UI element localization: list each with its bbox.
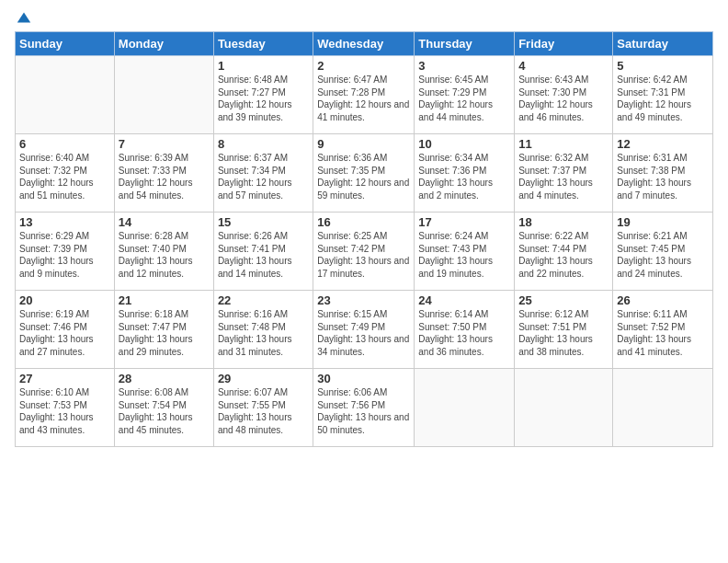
day-number: 30 (317, 372, 410, 385)
calendar-cell: 25Sunrise: 6:12 AM Sunset: 7:51 PM Dayli… (515, 291, 613, 369)
day-info: Sunrise: 6:11 AM Sunset: 7:52 PM Dayligh… (617, 308, 709, 358)
calendar-cell: 10Sunrise: 6:34 AM Sunset: 7:36 PM Dayli… (415, 134, 515, 213)
day-info: Sunrise: 6:16 AM Sunset: 7:48 PM Dayligh… (218, 308, 309, 358)
day-info: Sunrise: 6:43 AM Sunset: 7:30 PM Dayligh… (518, 74, 609, 123)
day-info: Sunrise: 6:31 AM Sunset: 7:38 PM Dayligh… (617, 152, 709, 201)
day-info: Sunrise: 6:25 AM Sunset: 7:42 PM Dayligh… (317, 230, 410, 280)
day-info: Sunrise: 6:26 AM Sunset: 7:41 PM Dayligh… (218, 230, 309, 280)
day-number: 23 (317, 293, 410, 307)
calendar-cell: 15Sunrise: 6:26 AM Sunset: 7:41 PM Dayli… (213, 213, 313, 291)
calendar-table: SundayMondayTuesdayWednesdayThursdayFrid… (15, 31, 713, 447)
calendar-week-row: 1Sunrise: 6:48 AM Sunset: 7:27 PM Daylig… (16, 56, 713, 134)
logo-icon (16, 9, 32, 26)
calendar-cell: 4Sunrise: 6:43 AM Sunset: 7:30 PM Daylig… (515, 56, 613, 134)
calendar-cell: 29Sunrise: 6:07 AM Sunset: 7:55 PM Dayli… (213, 369, 313, 447)
calendar-cell: 12Sunrise: 6:31 AM Sunset: 7:38 PM Dayli… (613, 134, 713, 213)
day-number: 4 (518, 59, 609, 73)
day-info: Sunrise: 6:18 AM Sunset: 7:47 PM Dayligh… (119, 308, 210, 358)
calendar-cell: 18Sunrise: 6:22 AM Sunset: 7:44 PM Dayli… (515, 213, 613, 291)
calendar-cell: 19Sunrise: 6:21 AM Sunset: 7:45 PM Dayli… (613, 213, 713, 291)
calendar-week-row: 20Sunrise: 6:19 AM Sunset: 7:46 PM Dayli… (16, 291, 713, 369)
day-number: 15 (218, 215, 309, 229)
calendar-cell: 26Sunrise: 6:11 AM Sunset: 7:52 PM Dayli… (613, 291, 713, 369)
day-info: Sunrise: 6:24 AM Sunset: 7:43 PM Dayligh… (418, 230, 510, 280)
page: SundayMondayTuesdayWednesdayThursdayFrid… (0, 0, 728, 563)
day-number: 27 (19, 372, 110, 385)
calendar-cell: 13Sunrise: 6:29 AM Sunset: 7:39 PM Dayli… (16, 213, 115, 291)
day-info: Sunrise: 6:21 AM Sunset: 7:45 PM Dayligh… (617, 230, 709, 280)
day-info: Sunrise: 6:15 AM Sunset: 7:49 PM Dayligh… (317, 308, 410, 358)
calendar-week-row: 6Sunrise: 6:40 AM Sunset: 7:32 PM Daylig… (16, 134, 713, 213)
calendar-cell: 1Sunrise: 6:48 AM Sunset: 7:27 PM Daylig… (213, 56, 313, 134)
calendar-cell: 30Sunrise: 6:06 AM Sunset: 7:56 PM Dayli… (313, 369, 415, 447)
day-info: Sunrise: 6:40 AM Sunset: 7:32 PM Dayligh… (19, 152, 110, 201)
calendar-cell: 6Sunrise: 6:40 AM Sunset: 7:32 PM Daylig… (16, 134, 115, 213)
day-number: 29 (218, 372, 309, 385)
day-number: 21 (119, 293, 210, 307)
col-header-wednesday: Wednesday (313, 32, 415, 56)
day-number: 7 (119, 137, 210, 151)
day-info: Sunrise: 6:22 AM Sunset: 7:44 PM Dayligh… (518, 230, 609, 280)
day-info: Sunrise: 6:10 AM Sunset: 7:53 PM Dayligh… (19, 386, 110, 436)
logo (15, 9, 32, 26)
calendar-cell: 9Sunrise: 6:36 AM Sunset: 7:35 PM Daylig… (313, 134, 415, 213)
calendar-cell: 2Sunrise: 6:47 AM Sunset: 7:28 PM Daylig… (313, 56, 415, 134)
day-number: 1 (218, 59, 309, 73)
day-info: Sunrise: 6:12 AM Sunset: 7:51 PM Dayligh… (518, 308, 609, 358)
day-number: 17 (418, 215, 510, 229)
day-number: 13 (19, 215, 110, 229)
calendar-header-row: SundayMondayTuesdayWednesdayThursdayFrid… (16, 32, 713, 56)
day-number: 19 (617, 215, 709, 229)
col-header-sunday: Sunday (16, 32, 115, 56)
calendar-cell: 16Sunrise: 6:25 AM Sunset: 7:42 PM Dayli… (313, 213, 415, 291)
day-number: 25 (518, 293, 609, 307)
col-header-saturday: Saturday (613, 32, 713, 56)
calendar-cell: 20Sunrise: 6:19 AM Sunset: 7:46 PM Dayli… (16, 291, 115, 369)
day-info: Sunrise: 6:19 AM Sunset: 7:46 PM Dayligh… (19, 308, 110, 358)
calendar-cell: 8Sunrise: 6:37 AM Sunset: 7:34 PM Daylig… (213, 134, 313, 213)
day-number: 12 (617, 137, 709, 151)
day-number: 18 (518, 215, 609, 229)
day-number: 10 (418, 137, 510, 151)
day-info: Sunrise: 6:06 AM Sunset: 7:56 PM Dayligh… (317, 386, 410, 436)
day-number: 11 (518, 137, 609, 151)
col-header-thursday: Thursday (415, 32, 515, 56)
calendar-cell: 22Sunrise: 6:16 AM Sunset: 7:48 PM Dayli… (213, 291, 313, 369)
calendar-week-row: 13Sunrise: 6:29 AM Sunset: 7:39 PM Dayli… (16, 213, 713, 291)
calendar-cell (515, 369, 613, 447)
day-number: 22 (218, 293, 309, 307)
calendar-cell: 21Sunrise: 6:18 AM Sunset: 7:47 PM Dayli… (114, 291, 213, 369)
col-header-tuesday: Tuesday (213, 32, 313, 56)
calendar-cell: 28Sunrise: 6:08 AM Sunset: 7:54 PM Dayli… (114, 369, 213, 447)
day-info: Sunrise: 6:34 AM Sunset: 7:36 PM Dayligh… (418, 152, 510, 201)
day-number: 16 (317, 215, 410, 229)
col-header-friday: Friday (515, 32, 613, 56)
day-info: Sunrise: 6:29 AM Sunset: 7:39 PM Dayligh… (19, 230, 110, 280)
day-info: Sunrise: 6:08 AM Sunset: 7:54 PM Dayligh… (119, 386, 210, 436)
day-info: Sunrise: 6:14 AM Sunset: 7:50 PM Dayligh… (418, 308, 510, 358)
day-info: Sunrise: 6:07 AM Sunset: 7:55 PM Dayligh… (218, 386, 309, 436)
col-header-monday: Monday (114, 32, 213, 56)
day-number: 2 (317, 59, 410, 73)
day-info: Sunrise: 6:48 AM Sunset: 7:27 PM Dayligh… (218, 74, 309, 123)
calendar-cell: 23Sunrise: 6:15 AM Sunset: 7:49 PM Dayli… (313, 291, 415, 369)
day-number: 28 (119, 372, 210, 385)
calendar-cell: 14Sunrise: 6:28 AM Sunset: 7:40 PM Dayli… (114, 213, 213, 291)
day-number: 20 (19, 293, 110, 307)
calendar-cell: 11Sunrise: 6:32 AM Sunset: 7:37 PM Dayli… (515, 134, 613, 213)
day-number: 24 (418, 293, 510, 307)
calendar-cell (16, 56, 115, 134)
svg-marker-0 (17, 13, 30, 23)
day-number: 5 (617, 59, 709, 73)
day-info: Sunrise: 6:37 AM Sunset: 7:34 PM Dayligh… (218, 152, 309, 201)
day-info: Sunrise: 6:47 AM Sunset: 7:28 PM Dayligh… (317, 74, 410, 123)
day-info: Sunrise: 6:42 AM Sunset: 7:31 PM Dayligh… (617, 74, 709, 123)
day-number: 26 (617, 293, 709, 307)
calendar-week-row: 27Sunrise: 6:10 AM Sunset: 7:53 PM Dayli… (16, 369, 713, 447)
calendar-cell: 3Sunrise: 6:45 AM Sunset: 7:29 PM Daylig… (415, 56, 515, 134)
day-number: 3 (418, 59, 510, 73)
day-number: 9 (317, 137, 410, 151)
calendar-cell: 5Sunrise: 6:42 AM Sunset: 7:31 PM Daylig… (613, 56, 713, 134)
day-info: Sunrise: 6:32 AM Sunset: 7:37 PM Dayligh… (518, 152, 609, 201)
day-number: 6 (19, 137, 110, 151)
